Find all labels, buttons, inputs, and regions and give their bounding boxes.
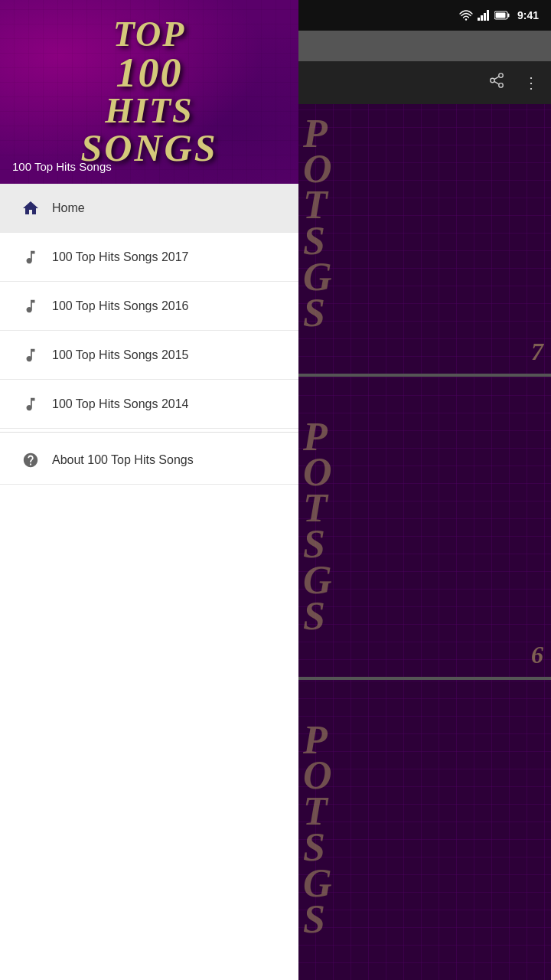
svg-line-11 — [494, 81, 499, 84]
app-bar: ⋮ — [298, 61, 551, 104]
nav-2014-label: 100 Top Hits Songs 2014 — [52, 397, 189, 411]
share-button[interactable] — [488, 72, 505, 93]
music-note-icon-2017 — [15, 242, 46, 273]
more-options-button[interactable]: ⋮ — [523, 75, 539, 90]
svg-point-8 — [499, 74, 504, 78]
svg-rect-6 — [495, 13, 505, 18]
help-icon — [15, 445, 46, 475]
nav-item-home[interactable]: Home — [0, 184, 298, 233]
music-note-icon-2014 — [15, 389, 46, 420]
time-display: 9:41 — [517, 9, 539, 21]
drawer-title: TOP 100 HITS SONGS — [81, 17, 218, 167]
nav-about-label: About 100 Top Hits Songs — [52, 453, 194, 467]
status-icons: 9:41 — [459, 9, 539, 21]
svg-point-9 — [491, 78, 495, 83]
svg-rect-3 — [484, 13, 486, 21]
nav-2015-label: 100 Top Hits Songs 2015 — [52, 348, 189, 362]
title-top: TOP — [81, 17, 218, 52]
title-100: 100 — [81, 52, 218, 93]
card-2017: P O T S G S 7 — [298, 74, 551, 374]
svg-rect-4 — [487, 10, 489, 21]
nav-item-2017[interactable]: 100 Top Hits Songs 2017 — [0, 233, 298, 282]
svg-rect-1 — [478, 18, 480, 21]
nav-list: Home 100 Top Hits Songs 2017 100 Top Hit… — [0, 184, 298, 980]
svg-point-0 — [465, 18, 467, 20]
nav-home-label: Home — [52, 201, 85, 215]
content-cards: P O T S G S 7 P O T S G S 6 P — [298, 74, 551, 980]
svg-rect-7 — [507, 14, 509, 18]
drawer-header: TOP 100 HITS SONGS 100 Top Hits Songs — [0, 0, 298, 184]
navigation-drawer: TOP 100 HITS SONGS 100 Top Hits Songs Ho… — [0, 0, 298, 980]
home-icon — [15, 193, 46, 224]
nav-item-about[interactable]: About 100 Top Hits Songs — [0, 436, 298, 485]
nav-divider — [0, 432, 298, 433]
signal-icon — [478, 10, 490, 21]
music-note-icon-2016 — [15, 291, 46, 322]
wifi-icon — [459, 10, 473, 21]
nav-2016-label: 100 Top Hits Songs 2016 — [52, 299, 189, 313]
title-hits: HITS — [81, 93, 218, 129]
svg-rect-2 — [481, 15, 483, 21]
card-2016: P O T S G S 6 — [298, 377, 551, 677]
nav-2017-label: 100 Top Hits Songs 2017 — [52, 250, 189, 264]
battery-icon — [494, 11, 510, 20]
card-2015: P O T S G S — [298, 680, 551, 980]
drawer-subtitle: 100 Top Hits Songs — [12, 160, 112, 173]
nav-item-2014[interactable]: 100 Top Hits Songs 2014 — [0, 380, 298, 429]
nav-item-2015[interactable]: 100 Top Hits Songs 2015 — [0, 331, 298, 380]
svg-point-10 — [499, 83, 504, 88]
svg-line-12 — [494, 77, 499, 80]
music-note-icon-2015 — [15, 340, 46, 371]
nav-item-2016[interactable]: 100 Top Hits Songs 2016 — [0, 282, 298, 331]
